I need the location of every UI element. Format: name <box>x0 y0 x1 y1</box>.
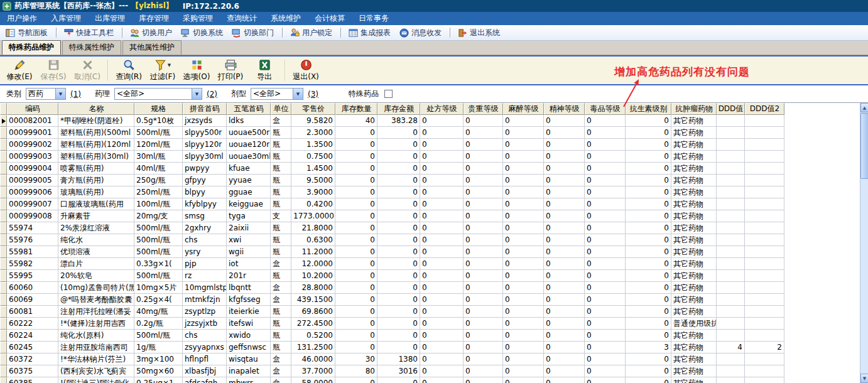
special-drug-label: 特殊药品 <box>349 89 379 99</box>
category-select[interactable]: 西药 ▼ <box>26 88 66 100</box>
grid-cell: 0 <box>544 210 585 222</box>
pharmacology-select[interactable]: <全部> ▼ <box>114 88 202 100</box>
tab[interactable]: 特殊属性维护 <box>62 40 121 55</box>
chevron-down-icon[interactable]: ▼ <box>293 89 303 99</box>
toolbar-separator <box>282 28 283 38</box>
column-header[interactable]: 处方等级 <box>420 103 464 115</box>
grid-cell <box>717 127 745 139</box>
table-row[interactable]: 60081注射用泮托拉唑(潘妥40mg/瓶zsyptlzpiteierkie瓶6… <box>0 306 860 318</box>
tab[interactable]: 其他属性维护 <box>122 40 182 55</box>
column-header[interactable]: 单位 <box>271 103 291 115</box>
column-header[interactable]: 麻醉等级 <box>503 103 544 115</box>
menu-item[interactable]: 入库管理 <box>44 12 88 25</box>
action-button[interactable]: 选项(O) <box>180 58 214 83</box>
scrollbar-thumb[interactable] <box>860 113 868 179</box>
toolbar-button[interactable]: 集成报表 <box>345 26 395 40</box>
grid-cell: 0 <box>420 127 464 139</box>
toolbar-button[interactable]: 切换部门 <box>229 26 278 40</box>
table-row[interactable]: 60245注射用亚胺培南西司1g/瓶zsyyapnxsgeffsnwsc瓶131… <box>0 342 860 353</box>
column-header[interactable]: 规格 <box>134 103 183 115</box>
action-button[interactable]: 查询(R) <box>112 58 146 83</box>
grid-cell: 瓶 <box>271 163 291 175</box>
action-button[interactable]: ▼过滤(F) <box>146 58 180 83</box>
menu-item[interactable]: 日常事务 <box>352 12 396 25</box>
column-header[interactable]: 抗肿瘤药物 <box>671 103 717 115</box>
menu-item[interactable]: 采购管理 <box>176 12 220 25</box>
table-row[interactable]: 55982漂白片0.33g×1(pjpiot盒12.000000000000其它… <box>0 258 860 270</box>
toolbar-button[interactable]: 导航面板 <box>3 26 52 40</box>
chevron-down-icon[interactable]: ▼ <box>55 89 65 99</box>
table-row[interactable]: 60224纯化水(原料)500ml/瓶chsxwido瓶0.5200000000… <box>0 330 860 342</box>
column-header[interactable]: 库存金额 <box>377 103 420 115</box>
grid-cell: 0 <box>377 294 420 306</box>
menu-item[interactable]: 会计核算 <box>308 12 352 25</box>
table-row[interactable]: 60372!*华法林钠片(芬兰)3mg×100hflnpflwisqtau盒46… <box>0 353 860 365</box>
vertical-scrollbar[interactable]: ▲ ▼ <box>860 103 868 383</box>
column-header[interactable]: 贵重等级 <box>464 103 503 115</box>
table-row[interactable]: 000999001塑料瓶(药用)(500ml500ml/瓶slpyy500ruo… <box>0 127 860 139</box>
grid-cell: 000999005 <box>7 175 58 186</box>
special-drug-checkbox[interactable] <box>384 90 393 98</box>
column-header[interactable]: DDD值2 <box>745 103 784 115</box>
grid-cell: 塑料瓶(药用)(500ml <box>58 127 134 139</box>
table-row[interactable]: 60222!*(健择)注射用吉西0.2g/瓶jzzsyjxtbitefswi瓶2… <box>0 318 860 330</box>
column-header[interactable]: 拼音首码 <box>183 103 227 115</box>
table-row[interactable]: 000999002塑料瓶(药用)(120ml120ml/瓶slpyy120ruo… <box>0 139 860 151</box>
chevron-down-icon[interactable]: ▼ <box>192 89 202 99</box>
row-indicator <box>0 186 7 198</box>
table-row[interactable]: 60385!(阿法迪三)阿法骨化0.25μg×1afdsafghmbwrr盒58… <box>0 377 860 383</box>
grid-cell: 瓶 <box>271 127 291 139</box>
table-row[interactable]: 55981优琐溶液500ml/瓶ysrywgii瓶11.200000000000… <box>0 246 860 258</box>
column-header[interactable]: DDD值 <box>717 103 745 115</box>
action-button[interactable]: 修改(E) <box>3 58 36 83</box>
table-row[interactable]: 000999003塑料瓶(药用)(30ml)30ml/瓶slpyy30mluou… <box>0 151 860 163</box>
grid-cell: 0 <box>377 186 420 198</box>
grid-cell: 其它药物 <box>671 294 717 306</box>
toolbar-button[interactable]: 退出系统 <box>455 26 504 40</box>
save-icon <box>48 59 60 71</box>
table-row[interactable]: 000999004喷雾瓶(药用)40ml/瓶pwpyykfuae瓶1.45000… <box>0 163 860 175</box>
scroll-down-icon[interactable]: ▼ <box>860 374 868 383</box>
table-row[interactable]: 000999007口服液玻璃瓶(药用100ml/瓶kfyblpyykeiggua… <box>0 198 860 210</box>
column-header[interactable]: 库存数量 <box>335 103 377 115</box>
chevron-down-icon[interactable]: ▼ <box>168 63 171 68</box>
menu-item[interactable]: 系统维护 <box>264 12 308 25</box>
grid-cell: 其它药物 <box>671 222 717 234</box>
column-header[interactable]: 五笔首码 <box>227 103 271 115</box>
action-button[interactable]: 打印(P) <box>214 58 247 83</box>
menu-item[interactable]: 查询统计 <box>220 12 264 25</box>
table-row[interactable]: 60060(10mg)孟鲁司特片(黑10mg×5片10mgmlstplbqntt… <box>0 282 860 294</box>
toolbar-button[interactable]: 用户锁定 <box>287 26 337 40</box>
column-header[interactable]: 精神等级 <box>544 103 585 115</box>
toolbar-button[interactable]: 切换用户 <box>127 26 176 40</box>
table-row[interactable]: 000999006玻璃瓶(药用)250ml/瓶blpyygguae瓶3.9000… <box>0 186 860 198</box>
menu-item[interactable]: 出库管理 <box>88 12 132 25</box>
row-indicator <box>0 234 7 246</box>
toolbar-button[interactable]: 消息收发 <box>396 26 446 40</box>
grid-body: 000082001*甲硝唑栓(阴道栓)0.5g*10枚jxzsydsldks盒9… <box>0 115 860 383</box>
dosage-form-select[interactable]: <全部> ▼ <box>251 88 303 100</box>
table-row[interactable]: 000999005膏方瓶(药用)250g/瓶gfpyyyyuae瓶9.50000… <box>0 175 860 186</box>
action-button[interactable]: 导出 <box>247 58 281 83</box>
menu-item[interactable]: 库存管理 <box>132 12 176 25</box>
table-row[interactable]: 559742%汞溴红溶液500ml/瓶2gxhry2aixii瓶21.80000… <box>0 222 860 234</box>
column-header[interactable]: 编码 <box>7 103 58 115</box>
table-row[interactable]: 60069@*吗替麦考酚酯胶囊0.25g×4(mtmkfzjnkfgfsseg盒… <box>0 294 860 306</box>
action-button[interactable]: 退出(X) <box>289 58 323 83</box>
grid-cell <box>717 175 745 186</box>
column-header[interactable]: 零售价 <box>291 103 335 115</box>
column-header[interactable]: 名称 <box>58 103 134 115</box>
table-row[interactable]: 60375(西利宾安)水飞蓟宾50mg×60xlbasfjbjinapalet盒… <box>0 365 860 377</box>
scroll-up-icon[interactable]: ▲ <box>860 103 868 112</box>
toolbar-button[interactable]: 快捷工具栏 <box>61 26 118 40</box>
table-row[interactable]: 5599520%软皂500ml/瓶rz201r瓶10.200000000000其… <box>0 270 860 282</box>
grid-cell: 4 <box>717 342 745 353</box>
table-row[interactable]: 000082001*甲硝唑栓(阴道栓)0.5g*10枚jxzsydsldks盒9… <box>0 115 860 127</box>
toolbar-button[interactable]: 切换系统 <box>178 26 227 40</box>
grid-cell: 0 <box>335 210 377 222</box>
row-indicator <box>0 342 7 353</box>
table-row[interactable]: 000999008升麻素苷20mg/支smsgtyga支1773.0000000… <box>0 210 860 222</box>
table-row[interactable]: 55976纯化水500ml/瓶chsxwi瓶0.630000000000其它药物 <box>0 234 860 246</box>
tab[interactable]: 特殊药品维护 <box>2 40 61 55</box>
menu-item[interactable]: 用户操作 <box>0 12 44 25</box>
